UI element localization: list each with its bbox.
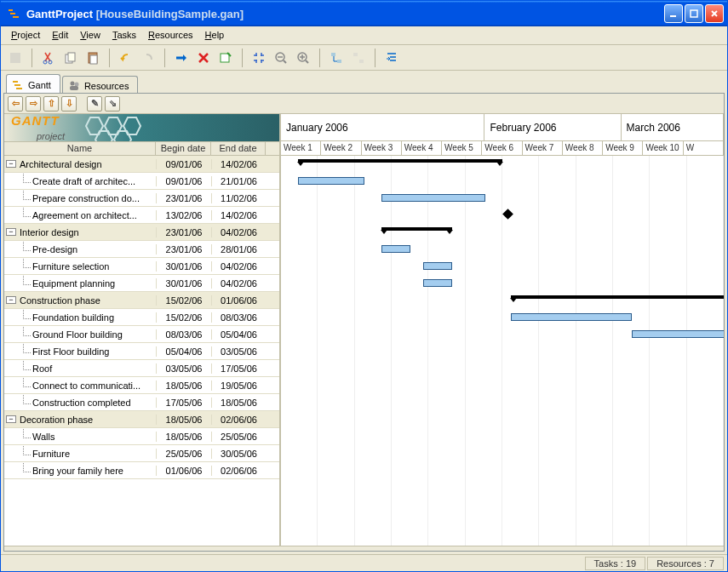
task-row[interactable]: Agreement on architect...13/02/0614/02/0… (4, 207, 279, 224)
menu-view[interactable]: View (75, 28, 106, 43)
task-tree[interactable]: −Architectural design09/01/0614/02/06Cre… (4, 156, 279, 546)
paste-button[interactable] (83, 49, 102, 67)
task-row[interactable]: Create draft of architec...09/01/0621/01… (4, 173, 279, 190)
task-row[interactable]: Bring your family here01/06/0602/06/06 (4, 462, 279, 479)
col-header-begin[interactable]: Begin date (156, 142, 211, 155)
nav-right-button[interactable]: ⇨ (26, 96, 41, 112)
task-name: Construction phase (18, 295, 152, 306)
task-end: 04/02/06 (211, 227, 266, 237)
delete-task-button[interactable] (194, 49, 213, 67)
task-bar[interactable] (381, 194, 486, 202)
timeline-months: January 2006February 2006March 2006 (281, 114, 724, 141)
maximize-button[interactable] (685, 4, 703, 23)
new-task-button[interactable] (172, 49, 191, 67)
task-row[interactable]: Construction completed17/05/0618/05/06 (4, 394, 279, 411)
zoom-out-button[interactable] (272, 49, 290, 67)
timeline-weeks: Week 1Week 2Week 3Week 4Week 5Week 6Week… (281, 141, 724, 156)
minimize-button[interactable] (664, 4, 683, 23)
svg-point-31 (74, 83, 78, 87)
task-bar[interactable] (511, 313, 632, 321)
task-bar[interactable] (423, 279, 452, 287)
nav-left-button[interactable]: ⇦ (8, 96, 23, 112)
task-row[interactable]: −Construction phase15/02/0601/06/06 (4, 292, 279, 309)
titlebar[interactable]: GanttProject [HouseBuildingSample.gan] (1, 1, 727, 26)
window-title: GanttProject [HouseBuildingSample.gan] (26, 8, 664, 20)
task-row[interactable]: Equipment planning30/01/0604/02/06 (4, 275, 279, 292)
task-name: Construction completed (31, 398, 152, 408)
task-name: Equipment planning (31, 278, 152, 289)
col-header-name[interactable]: Name (4, 142, 156, 155)
svg-rect-9 (68, 53, 75, 61)
task-row[interactable]: Connect to communicati...18/05/0619/05/0… (4, 377, 279, 394)
status-tasks: Tasks : 19 (585, 557, 646, 570)
task-name: Roof (31, 363, 152, 374)
expand-button[interactable]: − (6, 296, 16, 304)
task-row[interactable]: Furniture25/05/0630/05/06 (4, 445, 279, 462)
link-button[interactable]: ⇘ (105, 96, 120, 112)
task-begin: 05/04/06 (156, 346, 211, 357)
expand-button[interactable]: − (6, 228, 16, 236)
split-handle[interactable] (4, 546, 724, 551)
menu-edit[interactable]: Edit (47, 28, 73, 43)
tab-resources[interactable]: Resources (62, 76, 139, 93)
task-end: 14/02/06 (211, 159, 266, 169)
task-row[interactable]: −Architectural design09/01/0614/02/06 (4, 156, 279, 173)
zoom-fit-button[interactable] (249, 49, 268, 67)
week-cell: Week 7 (523, 141, 563, 155)
milestone-diamond[interactable] (502, 209, 513, 220)
task-begin: 30/01/06 (156, 278, 211, 289)
cut-button[interactable] (39, 49, 58, 67)
week-cell: Week 10 (643, 141, 683, 155)
group-bar[interactable] (298, 159, 502, 163)
task-row[interactable]: −Interior design23/01/0604/02/06 (4, 224, 279, 241)
task-row[interactable]: Furniture selection30/01/0604/02/06 (4, 258, 279, 275)
task-bar[interactable] (381, 245, 410, 253)
link-task-button[interactable] (327, 49, 346, 67)
task-row[interactable]: First Floor building05/04/0603/05/06 (4, 343, 279, 360)
task-begin: 23/01/06 (156, 244, 211, 255)
task-row[interactable]: Pre-design23/01/0628/01/06 (4, 241, 279, 258)
task-bar[interactable] (423, 262, 452, 270)
task-begin: 15/02/06 (156, 295, 211, 306)
col-header-end[interactable]: End date (211, 142, 266, 155)
menu-resources[interactable]: Resources (143, 28, 198, 43)
task-row[interactable]: Roof03/05/0617/05/06 (4, 360, 279, 377)
menu-tasks[interactable]: Tasks (107, 28, 141, 43)
copy-button[interactable] (61, 49, 80, 67)
task-properties-button[interactable] (216, 49, 235, 67)
zoom-in-button[interactable] (294, 49, 312, 67)
svg-rect-1 (10, 13, 15, 14)
task-end: 04/02/06 (211, 278, 266, 289)
nav-up-button[interactable]: ⇧ (43, 96, 59, 112)
task-begin: 01/06/06 (156, 466, 211, 476)
gantt-chart-pane[interactable]: January 2006February 2006March 2006 Week… (281, 114, 724, 546)
tab-gantt[interactable]: Gantt (6, 74, 60, 93)
task-row[interactable]: Foundation building15/02/0608/03/06 (4, 309, 279, 326)
task-begin: 09/01/06 (156, 176, 211, 186)
task-bar[interactable] (298, 177, 364, 185)
indent-button[interactable] (382, 49, 401, 67)
nav-down-button[interactable]: ⇩ (61, 96, 77, 112)
group-bar[interactable] (511, 295, 725, 299)
svg-rect-11 (90, 55, 97, 64)
task-row[interactable]: Ground Floor building08/03/0605/04/06 (4, 326, 279, 343)
task-bar[interactable] (632, 330, 724, 338)
task-begin: 15/02/06 (156, 312, 211, 323)
resources-icon (68, 80, 80, 92)
menu-project[interactable]: Project (6, 28, 45, 43)
task-end: 28/01/06 (211, 244, 266, 255)
task-row[interactable]: Prepare construction do...23/01/0611/02/… (4, 190, 279, 207)
svg-rect-22 (353, 53, 358, 56)
edit-pencil-button[interactable]: ✎ (87, 96, 102, 112)
task-begin: 18/05/06 (156, 380, 211, 391)
menu-help[interactable]: Help (200, 28, 230, 43)
task-row[interactable]: Walls18/05/0625/05/06 (4, 428, 279, 445)
close-button[interactable] (705, 4, 724, 23)
undo-button[interactable] (117, 49, 135, 67)
expand-button[interactable]: − (6, 415, 16, 423)
expand-button[interactable]: − (6, 160, 16, 168)
group-bar[interactable] (381, 227, 452, 231)
week-cell: Week 9 (603, 141, 643, 155)
task-row[interactable]: −Decoration phase18/05/0602/06/06 (4, 411, 279, 428)
task-end: 03/05/06 (211, 346, 266, 357)
